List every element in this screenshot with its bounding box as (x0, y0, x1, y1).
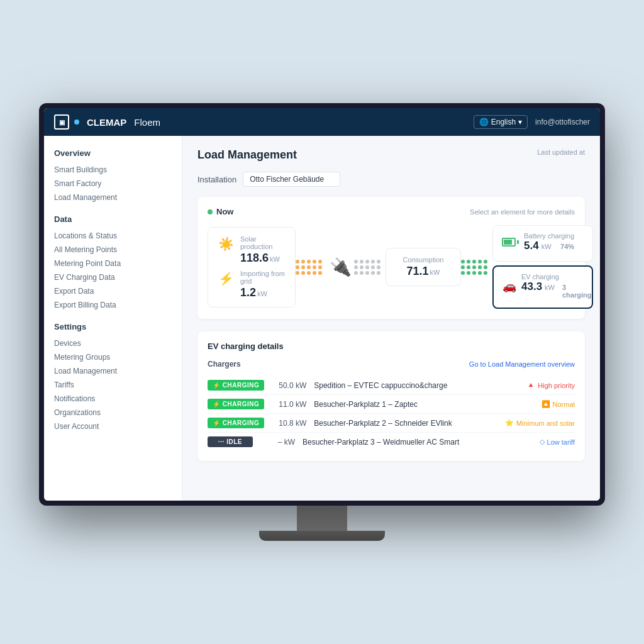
battery-value: 5.4 kW 74% (524, 240, 574, 252)
sidebar: OverviewSmart BuildingsSmart FactoryLoad… (44, 136, 182, 501)
ev-card[interactable]: 🚗 EV charging 43.3 kW 3 charging (492, 265, 593, 309)
priority-label: Minimum and solar (516, 419, 575, 427)
top-bar-right: 🌐 English ▾ info@ottofischer (474, 115, 590, 129)
ev-value: 43.3 kW 3 charging (521, 280, 591, 299)
sidebar-item-export-billing-data[interactable]: Export Billing Data (54, 298, 172, 312)
status-badge: ⚡ CHARGING (208, 399, 264, 409)
consumption-label: Consumption (399, 256, 448, 264)
right-cards: Battery charging 5.4 kW 74% (492, 225, 593, 309)
logo-product: Floem (134, 117, 160, 128)
ev-section-title: EV charging details (208, 341, 575, 351)
logo: ▣ CLEMAP Floem (54, 114, 160, 130)
ev-section: EV charging details Chargers Go to Load … (197, 331, 585, 461)
priority-label: High priority (538, 382, 575, 389)
ev-label: EV charging (521, 273, 591, 280)
logo-dot (74, 119, 79, 125)
stand-base (259, 531, 385, 541)
stand-neck (297, 506, 347, 531)
priority-badge: 🔺 High priority (526, 381, 575, 389)
select-hint: Select an element for more details (470, 208, 575, 216)
go-to-overview-link[interactable]: Go to Load Management overview (469, 360, 575, 368)
plug-icon: 🔌 (327, 257, 354, 277)
ev-sub: 3 charging (562, 284, 591, 299)
consumption-card: Consumption 71.1kW (386, 248, 461, 286)
solar-icon: ☀️ (218, 236, 234, 252)
chargers-list: ⚡ CHARGING 50.0 kW Spedition – EVTEC cap… (208, 376, 575, 451)
installation-row: Installation Otto Fischer Gebäude (197, 172, 585, 187)
sidebar-section-title: Settings (54, 322, 172, 331)
charger-name: Besucher-Parkplatz 2 – Schneider EVlink (314, 419, 497, 428)
language-selector[interactable]: 🌐 English ▾ (474, 115, 528, 129)
sidebar-item-tariffs[interactable]: Tariffs (54, 378, 172, 392)
charger-row[interactable]: ⚡ CHARGING 50.0 kW Spedition – EVTEC cap… (208, 376, 575, 395)
top-bar: ▣ CLEMAP Floem 🌐 English ▾ info@ottofisc… (44, 108, 600, 136)
charger-name: Spedition – EVTEC cappuccino&charge (314, 381, 519, 390)
sidebar-item-user-account[interactable]: User Account (54, 419, 172, 433)
sidebar-item-ev-charging-data[interactable]: EV Charging Data (54, 270, 172, 284)
status-badge: ⚡ CHARGING (208, 418, 264, 428)
charger-row[interactable]: ··· IDLE – kW Besucher-Parkplatz 3 – Wei… (208, 433, 575, 451)
priority-icon: ◇ (540, 438, 545, 446)
sidebar-item-metering-point-data[interactable]: Metering Point Data (54, 257, 172, 270)
battery-card[interactable]: Battery charging 5.4 kW 74% (492, 225, 593, 262)
battery-icon (502, 238, 519, 247)
sidebar-item-smart-buildings[interactable]: Smart Buildings (54, 163, 172, 177)
grid-label: Importing from grid (240, 270, 285, 285)
sidebar-item-locations-&-status[interactable]: Locations & Status (54, 229, 172, 243)
priority-icon: 🔺 (526, 381, 535, 389)
flow-line-3 (461, 255, 492, 280)
priority-label: Low tariff (547, 438, 575, 446)
charger-power: – kW (260, 438, 295, 447)
installation-select[interactable]: Otto Fischer Gebäude (243, 172, 340, 187)
priority-badge: 🔼 Normal (541, 400, 575, 408)
flow-line-2 (354, 255, 386, 280)
charger-row[interactable]: ⚡ CHARGING 11.0 kW Besucher-Parkplatz 1 … (208, 395, 575, 414)
sidebar-item-load-management[interactable]: Load Management (54, 191, 172, 204)
monitor-stand (39, 506, 605, 541)
priority-label: Normal (553, 401, 575, 408)
logo-icon: ▣ (54, 114, 69, 130)
charger-power: 10.8 kW (272, 419, 306, 428)
page-title: Load Management (197, 148, 297, 162)
installation-label: Installation (197, 175, 236, 184)
charger-power: 50.0 kW (272, 381, 306, 390)
last-updated-label: Last updated at (537, 148, 585, 156)
priority-badge: ⭐ Minimum and solar (505, 419, 575, 427)
globe-icon: 🌐 (479, 118, 489, 126)
grid-value: 1.2kW (240, 286, 285, 299)
charger-name: Besucher-Parkplatz 1 – Zaptec (314, 400, 533, 409)
grid-icon: ⚡ (218, 271, 234, 286)
charger-row[interactable]: ⚡ CHARGING 10.8 kW Besucher-Parkplatz 2 … (208, 414, 575, 433)
priority-badge: ◇ Low tariff (540, 438, 575, 446)
car-icon: 🚗 (502, 279, 516, 293)
sidebar-item-export-data[interactable]: Export Data (54, 284, 172, 298)
sidebar-item-smart-factory[interactable]: Smart Factory (54, 177, 172, 191)
sidebar-section-title: Overview (54, 148, 172, 158)
user-email: info@ottofischer (535, 118, 590, 126)
battery-percent: 74% (560, 243, 574, 250)
sidebar-item-devices[interactable]: Devices (54, 336, 172, 350)
grid-card-item: ⚡ Importing from grid 1.2kW (218, 270, 285, 299)
priority-icon: 🔼 (541, 400, 550, 408)
sidebar-item-load-management[interactable]: Load Management (54, 364, 172, 378)
flow-line-1 (296, 255, 327, 280)
solar-label: Solar production (240, 235, 285, 250)
sidebar-item-all-metering-points[interactable]: All Metering Points (54, 243, 172, 257)
sidebar-item-notifications[interactable]: Notifications (54, 392, 172, 406)
energy-flow: ☀️ Solar production 118.6kW (208, 225, 575, 309)
priority-icon: ⭐ (505, 419, 514, 427)
language-label: English (491, 118, 516, 126)
sidebar-item-organizations[interactable]: Organizations (54, 406, 172, 419)
charger-name: Besucher-Parkplatz 3 – Weidmueller AC Sm… (303, 438, 532, 447)
status-badge: ··· IDLE (208, 436, 253, 447)
chevron-down-icon: ▾ (518, 118, 522, 126)
solar-card-item: ☀️ Solar production 118.6kW (218, 235, 285, 265)
sidebar-section-title: Data (54, 214, 172, 224)
battery-label: Battery charging (524, 232, 574, 240)
solar-value: 118.6kW (240, 252, 285, 265)
chargers-title: Chargers (208, 360, 241, 369)
sidebar-item-metering-groups[interactable]: Metering Groups (54, 350, 172, 364)
source-card: ☀️ Solar production 118.6kW (208, 227, 296, 308)
charger-power: 11.0 kW (272, 400, 306, 409)
now-label: Now (208, 207, 233, 216)
